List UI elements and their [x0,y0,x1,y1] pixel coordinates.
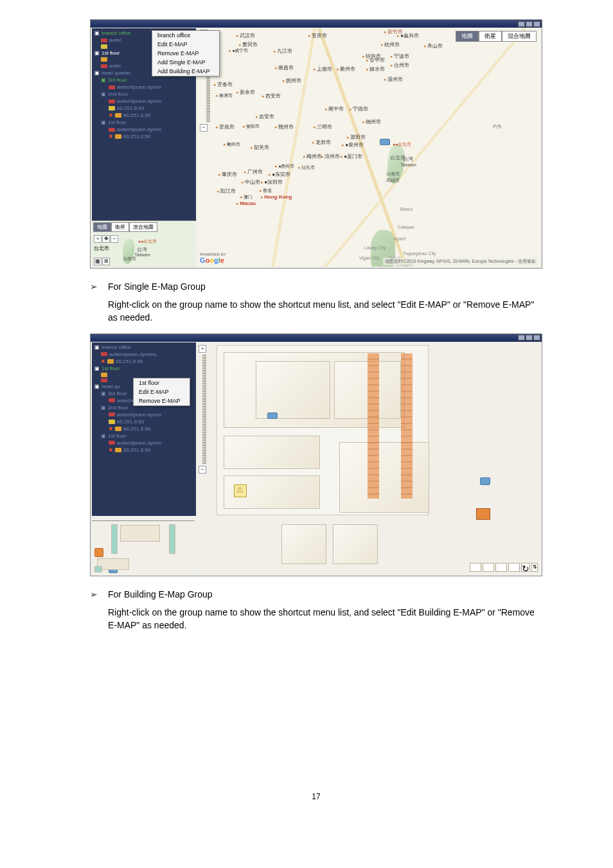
city-label: 吉安市 [255,113,274,120]
tree-label: avtechipcam.dyndn [117,440,161,446]
tree-floor-2[interactable]: ▣ 2nd floor [93,91,195,98]
city-label: 漳州市 [321,153,340,160]
minimize-icon[interactable] [518,21,525,27]
camera-marker[interactable] [267,412,278,419]
status-icon[interactable] [470,563,481,572]
menu-item-remove[interactable]: Remove E-MAP [152,49,219,58]
tree-item[interactable]: ✖ 60.251.8.56 [93,133,195,140]
zoom-out-icon[interactable]: − [111,235,118,243]
tree-item[interactable]: avtechipcam.dyndn [93,84,195,91]
status-icon[interactable] [508,563,520,572]
city-label: 娄底市 [215,123,235,130]
refresh-icon[interactable]: ↻ [521,563,530,572]
close-icon[interactable] [533,21,540,27]
google-map[interactable]: ↑ ← → ↓ + − 地圖 衛星 混合地圖 武汉市 安庆市 新竹市 ●嘉兴市 [197,28,540,267]
city-label: 金华市 [366,57,385,64]
camera-icon [101,64,107,68]
minimize-icon[interactable] [518,335,525,341]
floorplan [217,345,429,515]
section-paragraph: Right-click on the group name to show th… [108,606,542,632]
grid-icon[interactable]: ▦ [94,258,102,265]
tree-floor-1[interactable]: ▣ 1st floor [93,365,195,372]
tree-floor-1b[interactable]: ▣ 1st floor [93,432,195,439]
zoom-out-icon[interactable]: − [200,124,208,132]
zoom-slider[interactable] [202,355,206,464]
camera-marker[interactable] [380,139,390,145]
bullet-icon: ➢ [90,281,108,292]
camera-icon [109,398,115,402]
folder-icon [115,113,121,118]
minimap-map-button[interactable]: 地圖 [93,222,111,232]
screenshot-emap-google: ▣ branch office avtec ▣ 1st floor avtec … [90,19,542,269]
zoom-out-icon[interactable]: − [199,466,206,474]
tree-item[interactable] [93,372,195,378]
tree-item[interactable]: 60.251.8.50 [93,418,195,425]
tree-label: 60.251.8.56 [123,426,150,432]
tree-item[interactable]: avtechipcam.dyndn [93,411,195,418]
map-type-hybrid[interactable]: 混合地圖 [502,31,537,42]
minimap-sat-button[interactable]: 衛星 [111,222,129,232]
taiwan-label-en: Taiwan [400,162,416,168]
section-paragraph: Right-click on the group name to show th… [108,298,542,324]
floorplan-view[interactable]: + − [197,342,540,574]
tree-item[interactable]: ✖ 60.251.8.56 [93,112,195,119]
menu-item-remove[interactable]: Remove E-MAP [134,396,190,405]
menu-item-edit[interactable]: Edit E-MAP [134,387,190,396]
stepper-icon[interactable]: ⇅ [531,563,538,572]
folder-icon [115,427,121,431]
status-icon[interactable] [483,563,494,572]
marker-taipei: ●●台北市 [138,238,157,245]
maximize-icon[interactable] [526,21,533,27]
pan-icon[interactable]: ✥ [102,235,110,243]
city-label: 衢州市 [336,66,355,73]
city-label: 宁德市 [349,105,368,112]
map-copyright: 地图資料©2010 Kingway, NFGIS, ZENRIN, Europa… [383,258,538,265]
city-label: 温州市 [384,76,403,83]
camera-marker [94,548,103,557]
tree-item[interactable]: avtechipcam.dyndns. [93,351,195,358]
tree-item[interactable]: ✖ 60.251.8.56 [93,447,195,454]
map-type-map[interactable]: 地圖 [456,31,479,42]
city-label: 西安市 [262,93,281,100]
window-titlebar [91,334,542,342]
city-label: 三明市 [313,123,332,130]
camera-marker[interactable] [480,477,490,485]
menu-item-add-building[interactable]: Add Building E-MAP [152,67,219,76]
expand-icon[interactable]: ⊞ [102,258,110,265]
tree-item[interactable]: avtechipcam.dyndn [93,439,195,447]
camera-icon [101,352,107,356]
tree-item[interactable]: ✖ 60.251.8.56 [93,358,195,365]
tree-item[interactable]: 60.251.8.50 [93,105,195,112]
city-label: 宜春市 [213,81,233,88]
tree-floor-3[interactable]: ▣ 3rd floor [93,76,195,84]
menu-item-add-single[interactable]: Add Single E-MAP [152,58,219,67]
city-label: 衡阳市 [242,123,260,130]
tree-branch-office[interactable]: ▣ branch office [93,344,195,351]
tree-floor-1b[interactable]: ▣ 1st floor [93,119,195,126]
folder-icon [109,420,115,424]
camera-icon [101,378,107,382]
folder-icon [101,373,107,377]
city-label: 丽水市 [366,66,385,73]
city-label: ●厦门市 [340,153,362,160]
minimap: 地圖 衛星 混合地圖 + ✥ − 台北市 ●●台北市 台湾 Taiwan 台南市… [92,220,195,267]
tree-label: avtechipcam.dyndn [117,412,161,418]
close-icon[interactable] [533,335,540,341]
maximize-icon[interactable] [526,335,533,341]
tree-label: avtechipcam.dyndn [117,127,161,132]
tree-item[interactable]: avtechipcam.dyndn [93,126,195,133]
zoom-in-icon[interactable]: + [199,345,206,353]
tree-item[interactable]: ✖ 60.251.8.56 [93,425,195,432]
status-icon[interactable] [495,563,507,572]
marker-taipei: ●台北市 [395,142,411,146]
city-label: Calayan [398,225,414,229]
minimap-hybrid-button[interactable]: 混合地圖 [129,222,157,232]
camera-icon [109,100,115,103]
tree-label: 3rd floor [108,391,127,396]
tree-item[interactable]: avtechipcam.dyndn [93,98,195,105]
tree-label: avtechipcam.dyndn [117,84,161,90]
menu-item-edit[interactable]: Edit E-MAP [152,40,219,49]
map-type-sat[interactable]: 衛星 [479,31,502,42]
city-label: 台北市 [94,245,109,251]
zoom-in-icon[interactable]: + [94,235,102,243]
